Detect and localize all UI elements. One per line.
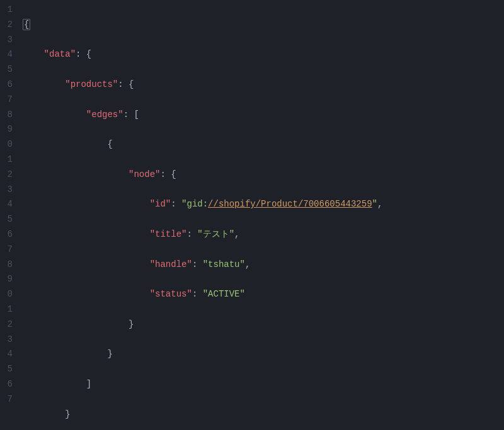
code-line[interactable]: } — [23, 347, 504, 362]
line-number: 5 — [0, 62, 13, 77]
line-number: 4 — [0, 197, 13, 212]
line-number: 9 — [0, 272, 13, 287]
line-number: 4 — [0, 347, 13, 362]
line-number: 1 — [0, 302, 13, 317]
code-line[interactable]: "status": "ACTIVE" — [23, 287, 504, 302]
line-number: 8 — [0, 108, 13, 123]
line-number: 7 — [0, 392, 13, 407]
line-number: 7 — [0, 242, 13, 257]
line-number: 6 — [0, 227, 13, 242]
code-line[interactable]: "handle": "tshatu", — [23, 257, 504, 273]
line-number: 9 — [0, 122, 13, 137]
line-number: 7 — [0, 93, 13, 108]
line-number: 4 — [0, 47, 13, 62]
code-line[interactable]: "data": { — [23, 47, 504, 62]
line-number: 0 — [0, 287, 13, 302]
line-number: 1 — [0, 3, 13, 18]
line-number: 2 — [0, 18, 13, 33]
line-number: 5 — [0, 362, 13, 377]
code-line[interactable]: "node": { — [23, 167, 504, 183]
code-line[interactable]: "products": { — [23, 77, 504, 93]
code-line[interactable]: "title": "テスト", — [23, 227, 504, 242]
line-number: 2 — [0, 167, 13, 183]
code-line[interactable]: ] — [23, 377, 504, 392]
line-number: 0 — [0, 137, 13, 152]
line-number: 8 — [0, 257, 13, 273]
line-number: 1 — [0, 152, 13, 167]
line-number: 3 — [0, 183, 13, 198]
code-line[interactable]: { — [23, 137, 504, 152]
line-number: 3 — [0, 332, 13, 348]
code-line[interactable]: } — [23, 317, 504, 332]
code-line[interactable]: "edges": [ — [23, 108, 504, 123]
code-editor[interactable]: 1 2 3 4 5 6 7 8 9 0 1 2 3 4 5 6 7 8 9 0 … — [0, 0, 504, 430]
line-number: 2 — [0, 317, 13, 332]
line-number-gutter: 1 2 3 4 5 6 7 8 9 0 1 2 3 4 5 6 7 8 9 0 … — [0, 0, 19, 430]
code-line[interactable]: } — [23, 407, 504, 422]
code-line[interactable]: "id": "gid://shopify/Product/70066054432… — [23, 197, 504, 212]
product-id-link[interactable]: //shopify/Product/7006605443259 — [208, 199, 372, 209]
code-area[interactable]: { "data": { "products": { "edges": [ { "… — [19, 0, 504, 430]
line-number: 3 — [0, 33, 13, 48]
line-number: 6 — [0, 77, 13, 93]
line-number: 5 — [0, 212, 13, 227]
line-number: 6 — [0, 377, 13, 392]
code-line[interactable]: { — [23, 18, 504, 33]
